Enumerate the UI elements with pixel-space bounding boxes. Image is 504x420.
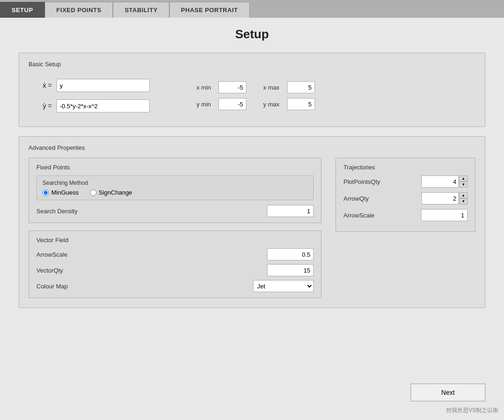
vf-colourmap-label: Colour Map	[36, 283, 248, 290]
search-density-input[interactable]	[267, 205, 314, 217]
trajectories-title: Trajectories	[343, 164, 468, 171]
x-min-label: x min	[196, 84, 211, 91]
vf-vectorqty-input[interactable]	[267, 264, 314, 276]
plotpoints-input[interactable]	[421, 175, 459, 188]
tab-setup[interactable]: SETUP	[0, 2, 45, 18]
basic-setup-grid: ẋ = ẏ = x min x max y min y max	[28, 74, 476, 117]
trajectories-subpanel: Trajectories PlotPointsQty ▲ ▼	[336, 158, 476, 232]
traj-arrowscale-row: ArrowScale	[343, 209, 468, 221]
page-title: Setup	[19, 27, 485, 42]
advanced-panel: Advanced Properties Fixed Points Searchi…	[19, 136, 485, 308]
y-max-input[interactable]	[287, 98, 315, 110]
radio-signchange[interactable]: SignChange	[90, 189, 133, 196]
arrowqty-down-btn[interactable]: ▼	[459, 198, 468, 204]
traj-plotpoints-label: PlotPointsQty	[343, 178, 417, 185]
y-min-input[interactable]	[218, 98, 246, 110]
x-max-label: x max	[263, 84, 280, 91]
plotpoints-spinner: ▲ ▼	[421, 175, 468, 188]
tab-stability[interactable]: STABILITY	[113, 2, 169, 18]
next-button[interactable]: Next	[411, 384, 485, 401]
tab-bar: SETUP FIXED POINTS STABILITY PHASE PORTR…	[0, 0, 504, 18]
traj-arrowscale-input[interactable]	[421, 209, 468, 221]
vf-colourmap-row: Colour Map Jet HSV Hot Cool Spring Summe…	[36, 280, 314, 292]
tab-fixed-points[interactable]: FIXED POINTS	[45, 2, 113, 18]
vf-arrowscale-row: ArrowScale	[36, 248, 314, 260]
search-density-label: Search Density	[36, 208, 262, 215]
plotpoints-up-btn[interactable]: ▲	[459, 175, 468, 182]
radio-signchange-input[interactable]	[90, 189, 97, 196]
traj-arrowqty-label: ArrowQty	[343, 195, 417, 202]
range-block: x min x max y min y max	[196, 81, 324, 110]
y-min-label: y min	[196, 101, 211, 108]
traj-arrowqty-row: ArrowQty ▲ ▼	[343, 192, 468, 204]
ydot-input[interactable]	[56, 99, 150, 112]
xdot-label: ẋ =	[38, 82, 52, 89]
plotpoints-down-btn[interactable]: ▼	[459, 182, 468, 188]
advanced-grid: Fixed Points Searching Method MinGuess S…	[28, 158, 476, 298]
arrowqty-spinner: ▲ ▼	[421, 192, 468, 204]
equations-block: ẋ = ẏ =	[38, 79, 150, 112]
basic-setup-label: Basic Setup	[28, 61, 476, 68]
advanced-label: Advanced Properties	[28, 144, 476, 151]
xdot-input[interactable]	[56, 79, 150, 92]
adv-right: Trajectories PlotPointsQty ▲ ▼	[336, 158, 476, 298]
search-method-title: Searching Method	[42, 180, 308, 186]
tab-phase-portrait[interactable]: PHASE PORTRAIT	[169, 2, 250, 18]
main-content: Setup Basic Setup ẋ = ẏ = x min x max	[0, 18, 504, 420]
radio-minguess[interactable]: MinGuess	[42, 189, 79, 196]
x-max-input[interactable]	[287, 81, 315, 93]
traj-plotpoints-row: PlotPointsQty ▲ ▼	[343, 175, 468, 188]
radio-signchange-label: SignChange	[99, 189, 133, 196]
watermark: 控我所思VS制之以衡	[446, 406, 498, 414]
radio-minguess-input[interactable]	[42, 189, 49, 196]
vf-arrowscale-input[interactable]	[267, 248, 314, 260]
ydot-label: ẏ =	[38, 102, 52, 110]
vector-field-title: Vector Field	[36, 237, 314, 244]
ydot-row: ẏ =	[38, 99, 150, 112]
vf-colourmap-select[interactable]: Jet HSV Hot Cool Spring Summer Autumn Wi…	[253, 280, 314, 292]
radio-minguess-label: MinGuess	[51, 189, 79, 196]
radio-row: MinGuess SignChange	[42, 189, 308, 196]
plotpoints-spinner-btns: ▲ ▼	[459, 175, 468, 188]
adv-left: Fixed Points Searching Method MinGuess S…	[28, 158, 322, 298]
traj-arrowscale-label: ArrowScale	[343, 212, 416, 219]
fixed-points-subpanel: Fixed Points Searching Method MinGuess S…	[28, 158, 322, 223]
x-min-input[interactable]	[218, 81, 246, 93]
vector-field-subpanel: Vector Field ArrowScale VectorQty Colour…	[28, 231, 322, 298]
basic-setup-panel: Basic Setup ẋ = ẏ = x min x max y min	[19, 53, 485, 127]
xdot-row: ẋ =	[38, 79, 150, 92]
arrowqty-input[interactable]	[421, 192, 459, 204]
arrowqty-spinner-btns: ▲ ▼	[459, 192, 468, 204]
vf-vectorqty-label: VectorQty	[36, 267, 262, 274]
vf-vectorqty-row: VectorQty	[36, 264, 314, 276]
search-method-box: Searching Method MinGuess SignChange	[36, 175, 314, 200]
search-density-row: Search Density	[36, 205, 314, 217]
vf-arrowscale-label: ArrowScale	[36, 251, 262, 258]
arrowqty-up-btn[interactable]: ▲	[459, 192, 468, 198]
y-max-label: y max	[263, 101, 280, 108]
fixed-points-title: Fixed Points	[36, 164, 314, 171]
